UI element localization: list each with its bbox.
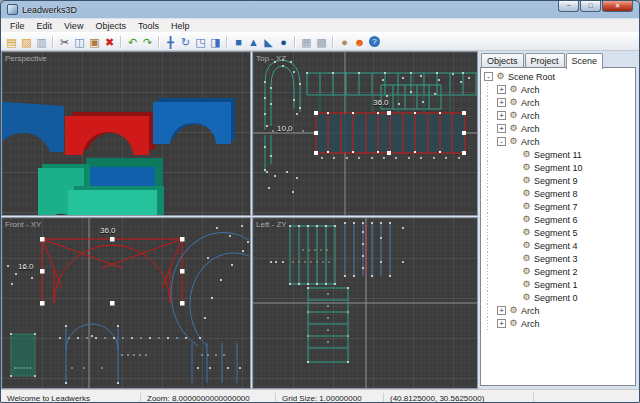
tree-indent [481, 83, 497, 96]
maximize-button[interactable]: □ [580, 1, 601, 12]
minimize-button[interactable]: − [558, 1, 579, 12]
toolbar-separator [332, 36, 334, 48]
viewport-perspective[interactable]: Perspective [2, 52, 250, 215]
sphere-icon[interactable]: ● [276, 35, 291, 49]
tree-item-segment-6[interactable]: ⚙Segment 6 [481, 213, 635, 226]
terrain-icon[interactable]: ● [337, 35, 352, 49]
tree-indent [481, 265, 510, 278]
cone-icon[interactable]: ▲ [246, 35, 261, 49]
app-window: Leadwerks3D −□× FileEditViewObjectsTools… [0, 0, 640, 403]
save-icon[interactable]: ▥ [34, 35, 49, 49]
entity-icon: ⚙ [508, 304, 519, 317]
tree-item-label: Segment 0 [534, 293, 578, 303]
entity-icon: ⚙ [508, 135, 519, 148]
tree-item-arch[interactable]: +⚙Arch [481, 83, 635, 96]
menu-item-help[interactable]: Help [165, 20, 196, 32]
tree-item-arch[interactable]: +⚙Arch [481, 96, 635, 109]
viewport-left[interactable]: Left - ZY [253, 218, 477, 388]
move-icon[interactable]: ╋ [163, 35, 178, 49]
viewport-front[interactable]: Front - XY 36.0 16.0 [2, 218, 250, 388]
left-canvas[interactable] [253, 218, 477, 388]
tree-indent [481, 239, 510, 252]
undo-icon[interactable]: ↶ [125, 35, 140, 49]
top-canvas[interactable] [253, 52, 477, 215]
tab-scene[interactable]: Scene [566, 53, 604, 69]
tree-item-segment-11[interactable]: ⚙Segment 11 [481, 148, 635, 161]
copy-icon[interactable]: ◫ [72, 35, 87, 49]
collapse-icon[interactable]: - [497, 137, 506, 146]
title-bar[interactable]: Leadwerks3D −□× [1, 1, 639, 18]
open-folder-icon[interactable]: ▨ [19, 35, 34, 49]
status-message: Welcome to Leadwerks [1, 393, 141, 403]
wedge-icon[interactable]: ◣ [261, 35, 276, 49]
scene-tree[interactable]: -⚙Scene Root+⚙Arch+⚙Arch+⚙Arch+⚙Arch-⚙Ar… [480, 67, 636, 386]
tree-item-segment-2[interactable]: ⚙Segment 2 [481, 265, 635, 278]
viewport-label: Perspective [5, 54, 47, 63]
tree-item-segment-4[interactable]: ⚙Segment 4 [481, 239, 635, 252]
tree-item-segment-0[interactable]: ⚙Segment 0 [481, 291, 635, 304]
expand-icon[interactable]: + [497, 98, 506, 107]
toolbar-separator [52, 36, 54, 48]
front-canvas[interactable] [2, 218, 250, 388]
tree-indent [481, 252, 510, 265]
close-button[interactable]: × [602, 1, 633, 12]
tree-item-segment-8[interactable]: ⚙Segment 8 [481, 187, 635, 200]
tree-item-arch[interactable]: -⚙Arch [481, 135, 635, 148]
entity-icon: ⚙ [521, 265, 532, 278]
perspective-canvas[interactable] [2, 52, 250, 215]
menu-item-objects[interactable]: Objects [89, 20, 132, 32]
tree-item-label: Segment 10 [534, 163, 583, 173]
tab-project[interactable]: Project [525, 53, 565, 68]
delete-icon[interactable]: ✖ [102, 35, 117, 49]
csg-union-icon[interactable]: ▦ [299, 35, 314, 49]
new-file-icon[interactable]: ▤ [4, 35, 19, 49]
dimension-label-y: 16.0 [18, 262, 34, 271]
tree-item-segment-9[interactable]: ⚙Segment 9 [481, 174, 635, 187]
expand-icon[interactable]: + [497, 111, 506, 120]
material-icon[interactable]: ☻ [352, 35, 367, 49]
viewport-label: Front - XY [5, 220, 41, 229]
help-icon[interactable]: ? [369, 36, 380, 47]
tree-indent [481, 122, 497, 135]
tree-item-arch[interactable]: +⚙Arch [481, 109, 635, 122]
tree-item-segment-3[interactable]: ⚙Segment 3 [481, 252, 635, 265]
tree-item-segment-5[interactable]: ⚙Segment 5 [481, 226, 635, 239]
tree-indent [481, 161, 510, 174]
expand-icon[interactable]: + [497, 124, 506, 133]
menu-item-view[interactable]: View [58, 20, 89, 32]
csg-subtract-icon[interactable]: ▩ [314, 35, 329, 49]
scale-icon[interactable]: ◳ [193, 35, 208, 49]
tree-item-arch[interactable]: +⚙Arch [481, 317, 635, 330]
menu-bar: FileEditViewObjectsToolsHelp [1, 18, 639, 32]
tree-item-label: Segment 11 [534, 150, 582, 160]
status-bar: Welcome to Leadwerks Zoom: 8.00000000000… [1, 389, 639, 403]
tree-item-segment-1[interactable]: ⚙Segment 1 [481, 278, 635, 291]
tree-indent [481, 213, 510, 226]
tree-item-segment-7[interactable]: ⚙Segment 7 [481, 200, 635, 213]
collapse-icon[interactable]: - [484, 72, 493, 81]
mirror-icon[interactable]: ◨ [208, 35, 223, 49]
rotate-icon[interactable]: ↻ [178, 35, 193, 49]
redo-icon[interactable]: ↷ [140, 35, 155, 49]
menu-item-tools[interactable]: Tools [132, 20, 165, 32]
viewport-top[interactable]: Top - XZ 36.0 10.0 [253, 52, 477, 215]
entity-icon: ⚙ [508, 109, 519, 122]
tree-indent [481, 174, 510, 187]
status-grid-size: Grid Size: 1.00000000 [276, 393, 384, 403]
entity-icon: ⚙ [508, 83, 519, 96]
expand-icon[interactable]: + [497, 85, 506, 94]
expand-icon[interactable]: + [497, 306, 506, 315]
tree-item-segment-10[interactable]: ⚙Segment 10 [481, 161, 635, 174]
cube-icon[interactable]: ■ [231, 35, 246, 49]
tree-item-arch[interactable]: +⚙Arch [481, 122, 635, 135]
tree-item-scene-root[interactable]: -⚙Scene Root [481, 70, 635, 83]
dimension-label-z: 10.0 [277, 124, 293, 133]
tree-item-arch[interactable]: +⚙Arch [481, 304, 635, 317]
menu-item-file[interactable]: File [4, 20, 31, 32]
expand-icon[interactable]: + [497, 319, 506, 328]
status-coordinates: (40.8125000, 30.5625000) [384, 393, 534, 403]
tab-objects[interactable]: Objects [481, 53, 524, 68]
cut-icon[interactable]: ✂ [57, 35, 72, 49]
paste-icon[interactable]: ▣ [87, 35, 102, 49]
menu-item-edit[interactable]: Edit [31, 20, 59, 32]
